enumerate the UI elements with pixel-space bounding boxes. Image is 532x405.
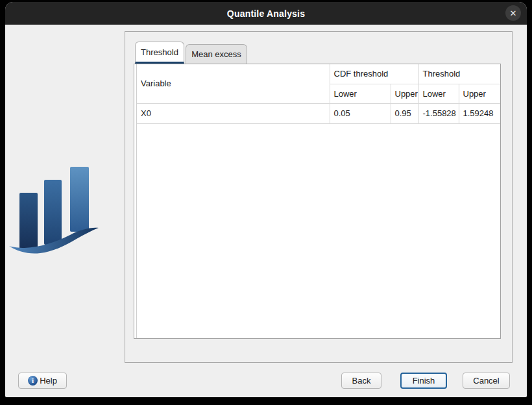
finish-button-label: Finish xyxy=(413,376,435,386)
window-title: Quantile Analysis xyxy=(227,8,305,19)
cancel-button[interactable]: Cancel xyxy=(463,373,510,389)
group-header-threshold: Threshold xyxy=(418,64,500,84)
cell-cdf-lower[interactable]: 0.05 xyxy=(330,103,391,123)
cell-thr-upper[interactable]: 1.59248 xyxy=(459,103,500,123)
cell-cdf-upper[interactable]: 0.95 xyxy=(391,103,418,123)
back-button[interactable]: Back xyxy=(341,373,381,389)
col-header-variable: Variable xyxy=(137,64,330,103)
col-header-cdf-upper: Upper xyxy=(391,84,418,103)
tab-mean-excess-label: Mean excess xyxy=(191,49,241,59)
logo-bar-short xyxy=(19,193,38,250)
table-row: X0 0.05 0.95 -1.55828 1.59248 xyxy=(137,103,500,123)
tab-threshold[interactable]: Threshold xyxy=(135,42,184,64)
logo-bar-medium xyxy=(44,180,62,245)
dialog-window: Quantile Analysis ✕ Threshold Mean exces… xyxy=(5,2,527,397)
finish-button[interactable]: Finish xyxy=(400,373,447,389)
col-header-thr-lower: Lower xyxy=(418,84,459,103)
threshold-table-grid: Variable CDF threshold Threshold Lower U… xyxy=(137,64,500,124)
col-header-cdf-lower: Lower xyxy=(330,84,391,103)
titlebar: Quantile Analysis ✕ xyxy=(5,2,527,25)
col-header-thr-upper: Upper xyxy=(459,84,500,103)
info-icon: i xyxy=(28,376,38,386)
tab-mean-excess[interactable]: Mean excess xyxy=(186,44,247,64)
group-header-cdf-threshold: CDF threshold xyxy=(330,64,418,84)
logo-bar-tall xyxy=(70,167,89,232)
tab-threshold-label: Threshold xyxy=(141,47,178,57)
back-button-label: Back xyxy=(352,376,371,386)
threshold-table: Variable CDF threshold Threshold Lower U… xyxy=(134,64,501,339)
close-icon[interactable]: ✕ xyxy=(505,5,521,21)
help-button[interactable]: i Help xyxy=(18,373,67,389)
help-button-label: Help xyxy=(40,376,57,386)
cancel-button-label: Cancel xyxy=(473,376,499,386)
app-logo xyxy=(9,163,105,255)
cell-variable[interactable]: X0 xyxy=(137,103,330,123)
cell-thr-lower[interactable]: -1.55828 xyxy=(418,103,459,123)
